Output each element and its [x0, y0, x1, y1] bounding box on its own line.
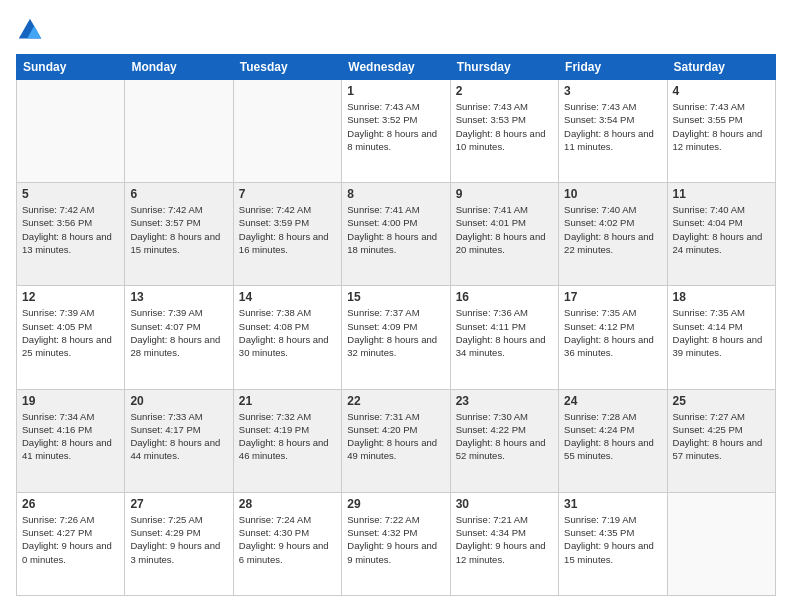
- day-number: 12: [22, 290, 119, 304]
- day-cell: 16Sunrise: 7:36 AM Sunset: 4:11 PM Dayli…: [450, 286, 558, 389]
- day-number: 31: [564, 497, 661, 511]
- day-info: Sunrise: 7:43 AM Sunset: 3:54 PM Dayligh…: [564, 100, 661, 153]
- day-number: 21: [239, 394, 336, 408]
- day-info: Sunrise: 7:39 AM Sunset: 4:07 PM Dayligh…: [130, 306, 227, 359]
- day-info: Sunrise: 7:19 AM Sunset: 4:35 PM Dayligh…: [564, 513, 661, 566]
- day-number: 5: [22, 187, 119, 201]
- day-cell: 19Sunrise: 7:34 AM Sunset: 4:16 PM Dayli…: [17, 389, 125, 492]
- day-cell: 6Sunrise: 7:42 AM Sunset: 3:57 PM Daylig…: [125, 183, 233, 286]
- day-info: Sunrise: 7:36 AM Sunset: 4:11 PM Dayligh…: [456, 306, 553, 359]
- day-number: 27: [130, 497, 227, 511]
- day-number: 4: [673, 84, 770, 98]
- day-number: 20: [130, 394, 227, 408]
- day-info: Sunrise: 7:40 AM Sunset: 4:04 PM Dayligh…: [673, 203, 770, 256]
- day-cell: 30Sunrise: 7:21 AM Sunset: 4:34 PM Dayli…: [450, 492, 558, 595]
- day-cell: 7Sunrise: 7:42 AM Sunset: 3:59 PM Daylig…: [233, 183, 341, 286]
- week-row-1: 1Sunrise: 7:43 AM Sunset: 3:52 PM Daylig…: [17, 80, 776, 183]
- day-cell: 2Sunrise: 7:43 AM Sunset: 3:53 PM Daylig…: [450, 80, 558, 183]
- day-number: 14: [239, 290, 336, 304]
- day-number: 28: [239, 497, 336, 511]
- day-cell: 11Sunrise: 7:40 AM Sunset: 4:04 PM Dayli…: [667, 183, 775, 286]
- day-number: 11: [673, 187, 770, 201]
- day-number: 10: [564, 187, 661, 201]
- day-info: Sunrise: 7:38 AM Sunset: 4:08 PM Dayligh…: [239, 306, 336, 359]
- day-info: Sunrise: 7:33 AM Sunset: 4:17 PM Dayligh…: [130, 410, 227, 463]
- week-row-2: 5Sunrise: 7:42 AM Sunset: 3:56 PM Daylig…: [17, 183, 776, 286]
- day-info: Sunrise: 7:43 AM Sunset: 3:53 PM Dayligh…: [456, 100, 553, 153]
- day-cell: 18Sunrise: 7:35 AM Sunset: 4:14 PM Dayli…: [667, 286, 775, 389]
- weekday-header-row: SundayMondayTuesdayWednesdayThursdayFrid…: [17, 55, 776, 80]
- day-number: 23: [456, 394, 553, 408]
- day-number: 16: [456, 290, 553, 304]
- day-number: 17: [564, 290, 661, 304]
- day-cell: 29Sunrise: 7:22 AM Sunset: 4:32 PM Dayli…: [342, 492, 450, 595]
- day-cell: [125, 80, 233, 183]
- day-info: Sunrise: 7:42 AM Sunset: 3:59 PM Dayligh…: [239, 203, 336, 256]
- day-cell: 31Sunrise: 7:19 AM Sunset: 4:35 PM Dayli…: [559, 492, 667, 595]
- day-cell: 13Sunrise: 7:39 AM Sunset: 4:07 PM Dayli…: [125, 286, 233, 389]
- day-cell: 15Sunrise: 7:37 AM Sunset: 4:09 PM Dayli…: [342, 286, 450, 389]
- day-cell: 8Sunrise: 7:41 AM Sunset: 4:00 PM Daylig…: [342, 183, 450, 286]
- day-cell: 23Sunrise: 7:30 AM Sunset: 4:22 PM Dayli…: [450, 389, 558, 492]
- day-cell: 4Sunrise: 7:43 AM Sunset: 3:55 PM Daylig…: [667, 80, 775, 183]
- day-cell: 17Sunrise: 7:35 AM Sunset: 4:12 PM Dayli…: [559, 286, 667, 389]
- day-info: Sunrise: 7:42 AM Sunset: 3:56 PM Dayligh…: [22, 203, 119, 256]
- weekday-friday: Friday: [559, 55, 667, 80]
- day-number: 13: [130, 290, 227, 304]
- day-info: Sunrise: 7:24 AM Sunset: 4:30 PM Dayligh…: [239, 513, 336, 566]
- day-info: Sunrise: 7:40 AM Sunset: 4:02 PM Dayligh…: [564, 203, 661, 256]
- day-info: Sunrise: 7:34 AM Sunset: 4:16 PM Dayligh…: [22, 410, 119, 463]
- day-info: Sunrise: 7:42 AM Sunset: 3:57 PM Dayligh…: [130, 203, 227, 256]
- day-info: Sunrise: 7:41 AM Sunset: 4:00 PM Dayligh…: [347, 203, 444, 256]
- day-cell: 20Sunrise: 7:33 AM Sunset: 4:17 PM Dayli…: [125, 389, 233, 492]
- logo-icon: [16, 16, 44, 44]
- day-number: 3: [564, 84, 661, 98]
- week-row-3: 12Sunrise: 7:39 AM Sunset: 4:05 PM Dayli…: [17, 286, 776, 389]
- day-number: 25: [673, 394, 770, 408]
- day-info: Sunrise: 7:26 AM Sunset: 4:27 PM Dayligh…: [22, 513, 119, 566]
- day-info: Sunrise: 7:37 AM Sunset: 4:09 PM Dayligh…: [347, 306, 444, 359]
- day-cell: 24Sunrise: 7:28 AM Sunset: 4:24 PM Dayli…: [559, 389, 667, 492]
- day-number: 7: [239, 187, 336, 201]
- day-number: 6: [130, 187, 227, 201]
- page: SundayMondayTuesdayWednesdayThursdayFrid…: [0, 0, 792, 612]
- day-number: 8: [347, 187, 444, 201]
- day-cell: [233, 80, 341, 183]
- day-number: 24: [564, 394, 661, 408]
- day-info: Sunrise: 7:32 AM Sunset: 4:19 PM Dayligh…: [239, 410, 336, 463]
- day-info: Sunrise: 7:30 AM Sunset: 4:22 PM Dayligh…: [456, 410, 553, 463]
- weekday-monday: Monday: [125, 55, 233, 80]
- day-info: Sunrise: 7:22 AM Sunset: 4:32 PM Dayligh…: [347, 513, 444, 566]
- day-info: Sunrise: 7:41 AM Sunset: 4:01 PM Dayligh…: [456, 203, 553, 256]
- week-row-5: 26Sunrise: 7:26 AM Sunset: 4:27 PM Dayli…: [17, 492, 776, 595]
- day-info: Sunrise: 7:43 AM Sunset: 3:52 PM Dayligh…: [347, 100, 444, 153]
- day-info: Sunrise: 7:21 AM Sunset: 4:34 PM Dayligh…: [456, 513, 553, 566]
- day-cell: 27Sunrise: 7:25 AM Sunset: 4:29 PM Dayli…: [125, 492, 233, 595]
- day-info: Sunrise: 7:39 AM Sunset: 4:05 PM Dayligh…: [22, 306, 119, 359]
- day-info: Sunrise: 7:28 AM Sunset: 4:24 PM Dayligh…: [564, 410, 661, 463]
- day-cell: 21Sunrise: 7:32 AM Sunset: 4:19 PM Dayli…: [233, 389, 341, 492]
- day-number: 29: [347, 497, 444, 511]
- day-number: 30: [456, 497, 553, 511]
- day-number: 26: [22, 497, 119, 511]
- day-cell: 28Sunrise: 7:24 AM Sunset: 4:30 PM Dayli…: [233, 492, 341, 595]
- weekday-wednesday: Wednesday: [342, 55, 450, 80]
- logo: [16, 16, 48, 44]
- day-info: Sunrise: 7:25 AM Sunset: 4:29 PM Dayligh…: [130, 513, 227, 566]
- day-number: 18: [673, 290, 770, 304]
- day-info: Sunrise: 7:35 AM Sunset: 4:14 PM Dayligh…: [673, 306, 770, 359]
- day-number: 1: [347, 84, 444, 98]
- day-info: Sunrise: 7:43 AM Sunset: 3:55 PM Dayligh…: [673, 100, 770, 153]
- day-cell: 9Sunrise: 7:41 AM Sunset: 4:01 PM Daylig…: [450, 183, 558, 286]
- calendar: SundayMondayTuesdayWednesdayThursdayFrid…: [16, 54, 776, 596]
- day-cell: 14Sunrise: 7:38 AM Sunset: 4:08 PM Dayli…: [233, 286, 341, 389]
- day-cell: [17, 80, 125, 183]
- weekday-tuesday: Tuesday: [233, 55, 341, 80]
- day-cell: [667, 492, 775, 595]
- day-cell: 1Sunrise: 7:43 AM Sunset: 3:52 PM Daylig…: [342, 80, 450, 183]
- day-cell: 25Sunrise: 7:27 AM Sunset: 4:25 PM Dayli…: [667, 389, 775, 492]
- day-info: Sunrise: 7:27 AM Sunset: 4:25 PM Dayligh…: [673, 410, 770, 463]
- day-cell: 12Sunrise: 7:39 AM Sunset: 4:05 PM Dayli…: [17, 286, 125, 389]
- day-info: Sunrise: 7:31 AM Sunset: 4:20 PM Dayligh…: [347, 410, 444, 463]
- day-number: 22: [347, 394, 444, 408]
